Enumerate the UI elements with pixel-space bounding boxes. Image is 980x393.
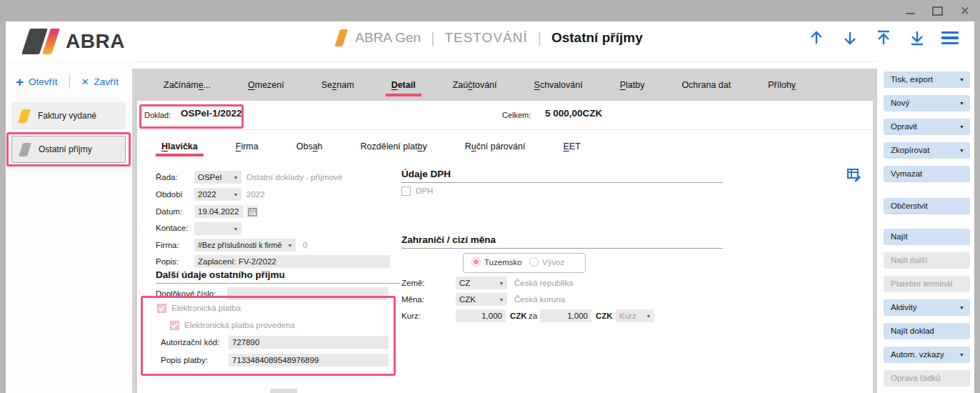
action-tisk-export[interactable]: Tisk, export▼: [884, 71, 970, 88]
dph-checkbox[interactable]: [401, 186, 411, 196]
kurz-value2-input[interactable]: 1,000: [540, 309, 591, 322]
sidebar-item-ostatni-prijmy[interactable]: Ostatní příjmy: [11, 136, 126, 163]
rada-label: Řada:: [156, 173, 178, 181]
subtab-firma[interactable]: Firma: [234, 141, 261, 151]
separator: |: [431, 30, 434, 46]
autorizacni-kod-input[interactable]: 727890: [229, 336, 389, 349]
bottom-stub: [270, 389, 297, 393]
plus-icon: +: [16, 75, 24, 89]
arrow-to-bottom-icon[interactable]: [908, 29, 926, 47]
kurz-mode-dropdown[interactable]: Kurz▼: [616, 309, 654, 322]
tab-prilohy[interactable]: Přílohy: [766, 80, 798, 90]
celkem-label: Celkem:: [502, 111, 531, 119]
obdobi-dropdown[interactable]: 2022▼: [194, 188, 241, 201]
kurz-unit2: CZK: [596, 312, 613, 320]
close-x-icon: ✕: [81, 76, 89, 87]
toolbar-divider: [69, 74, 70, 89]
action-najit-doklad[interactable]: Najít doklad: [884, 323, 970, 339]
action-zkopirovat[interactable]: Zkopírovat▼: [884, 142, 970, 159]
open-button[interactable]: Otevřít: [29, 76, 58, 87]
tab-ochrana-dat[interactable]: Ochrana dat: [679, 80, 733, 90]
tab-platby[interactable]: Platby: [618, 80, 647, 90]
kontace-dropdown[interactable]: ▼: [194, 222, 241, 235]
chevron-down-icon: ▼: [284, 243, 296, 248]
platba-provedena-label: Elektronická platba provedena: [184, 321, 295, 329]
window-right-edge: [974, 21, 980, 393]
action-novy[interactable]: Nový▼: [884, 95, 970, 111]
arrow-to-top-icon[interactable]: [874, 29, 893, 47]
action-opravit[interactable]: Opravit▼: [884, 119, 970, 135]
doklad-label: Doklad:: [144, 111, 171, 119]
tuzemsko-radio[interactable]: [471, 257, 481, 267]
popis-platby-input[interactable]: 7133484089548976899: [229, 354, 389, 367]
arrow-down-icon[interactable]: [841, 29, 859, 47]
tab-schvalovani[interactable]: Schvalování: [532, 80, 585, 90]
tab-detail[interactable]: Detail: [389, 80, 418, 90]
doplnkove-label: Doplňkové číslo:: [156, 289, 216, 298]
firma-dropdown[interactable]: #Bez příslušnosti k firmě▼: [194, 239, 296, 252]
chevron-down-icon: ▼: [959, 299, 964, 316]
kurz-value1-input[interactable]: 1,000: [456, 309, 506, 322]
action-autom-vzkazy[interactable]: Autom. vzkazy▼: [884, 347, 970, 363]
action-aktivity[interactable]: Aktivity▼: [884, 299, 970, 316]
tab-zauctovani[interactable]: Zaúčtování: [451, 80, 499, 90]
subtab-eet[interactable]: EET: [561, 141, 582, 151]
elektronicka-platba-checkbox: [157, 304, 166, 313]
close-button[interactable]: Zavřít: [94, 76, 119, 87]
window-controls: ✕: [906, 0, 970, 21]
window-left-edge: [0, 21, 6, 393]
edit-layout-icon[interactable]: [847, 169, 861, 184]
kurz-unit1: CZK: [510, 312, 527, 320]
sidebar-toolbar: + Otevřít ✕ Zavřít: [16, 74, 119, 89]
firma-label: Firma:: [156, 241, 179, 249]
zeme-label: Země:: [401, 279, 425, 287]
tab-seznam[interactable]: Seznam: [319, 80, 356, 90]
chevron-down-icon: ▼: [959, 95, 964, 111]
popis-input[interactable]: Zaplacení: FV-2/2022: [194, 255, 390, 268]
header-nav-icons: [807, 29, 959, 47]
zeme-dropdown[interactable]: CZ▼: [456, 277, 507, 289]
tab-zaciname[interactable]: Začínáme...: [161, 80, 213, 90]
arrow-up-icon[interactable]: [807, 29, 826, 47]
subtab-obsah[interactable]: Obsah: [294, 141, 325, 151]
rada-dropdown[interactable]: OSPel▼: [194, 171, 241, 184]
sidebar-item-faktury-vydane[interactable]: Faktury vydané: [11, 102, 126, 129]
kurz-za-label: za: [529, 312, 537, 320]
maximize-icon[interactable]: [932, 6, 943, 16]
close-icon[interactable]: ✕: [960, 5, 970, 17]
calendar-icon[interactable]: [246, 205, 259, 218]
kontace-label: Kontace:: [156, 224, 188, 232]
zeme-desc: Česká republika: [514, 279, 573, 287]
chevron-down-icon: ▼: [230, 227, 241, 232]
vyvoz-radio[interactable]: [529, 257, 539, 267]
chevron-down-icon: ▼: [643, 314, 654, 319]
abra-logo: ABRA: [26, 29, 125, 54]
minimize-icon[interactable]: [906, 13, 915, 14]
section-divider: [401, 182, 723, 183]
foreign-section-title: Zahraničí / cizí měna: [401, 234, 496, 245]
action-platebni-terminal: Platební terminál: [884, 276, 970, 292]
tuzemsko-radio-label: Tuzemsko: [484, 258, 522, 267]
tab-omezeni[interactable]: Omezení: [246, 80, 286, 90]
dph-checkbox-label: DPH: [416, 186, 433, 195]
datum-input[interactable]: 19.04.2022: [194, 205, 244, 218]
section-divider: [156, 283, 400, 284]
elektronicka-platba-label: Elektronická platba: [171, 304, 241, 312]
kurz-label: Kurz:: [401, 312, 421, 320]
subtab-rozdeleni-platby[interactable]: Rozdělení platby: [359, 141, 429, 151]
firma-desc: 0: [303, 241, 307, 249]
subtab-rucni-parovani[interactable]: Ruční párování: [463, 141, 528, 151]
section-title-dalsi-udaje: Další údaje ostatního příjmu: [156, 269, 285, 280]
mena-dropdown[interactable]: CZK▼: [456, 293, 507, 306]
section-divider: [401, 248, 723, 249]
menu-icon[interactable]: [941, 31, 959, 45]
action-obcerstvit[interactable]: Občerstvit: [884, 198, 970, 214]
doplnkove-input[interactable]: [227, 287, 389, 300]
chevron-down-icon: ▼: [959, 347, 964, 363]
popis-platby-label: Popis platby:: [161, 356, 208, 364]
autorizacni-kod-label: Autorizační kód:: [161, 338, 219, 347]
action-najit[interactable]: Najít: [884, 229, 970, 245]
popis-label: Popis:: [156, 257, 179, 266]
subtab-hlavicka[interactable]: Hlavička: [159, 141, 200, 151]
action-vymazat[interactable]: Vymazat: [884, 166, 970, 182]
